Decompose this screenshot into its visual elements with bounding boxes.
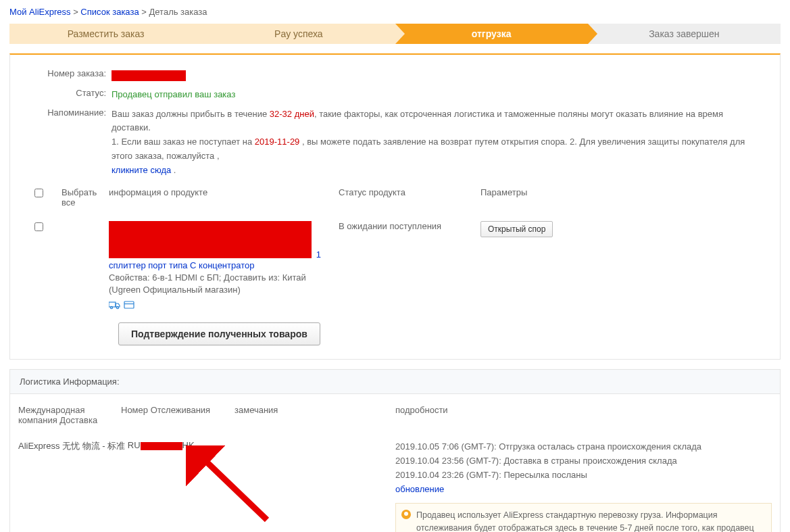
progress-steps: Разместить заказ Pay успеха отгрузка Зак… xyxy=(9,24,781,44)
confirm-received-button[interactable]: Подтверждение полученных товаров xyxy=(118,322,320,345)
order-details-box: Номер заказа: Статус: Продавец отправил … xyxy=(9,53,781,360)
col-tracking: Номер Отслеживания xyxy=(121,405,234,425)
tracking-redacted xyxy=(141,442,182,450)
product-status: В ожидании поступления xyxy=(335,221,476,312)
col-details: подробности xyxy=(395,405,772,425)
step-place-order: Разместить заказ xyxy=(9,24,202,44)
row-checkbox[interactable] xyxy=(34,222,43,231)
breadcrumb-current: Деталь заказа xyxy=(149,7,207,17)
product-qty: 1 xyxy=(316,249,321,260)
shipping-note: Продавец использует AliExpress стандартн… xyxy=(395,503,772,532)
breadcrumb-my[interactable]: Мой AliExpress xyxy=(9,7,71,17)
update-link[interactable]: обновление xyxy=(395,484,444,494)
breadcrumb-list[interactable]: Список заказа xyxy=(80,7,139,17)
logistics-company: AliExpress 无忧 物流 - 标准 xyxy=(18,440,125,452)
tracking-event: 2019.10.04 23:26 (GMT-7): Пересылка посл… xyxy=(395,468,772,483)
tracking-number: RUHK xyxy=(128,440,195,450)
tracking-event: 2019.10.04 23:56 (GMT-7): Доставка в стр… xyxy=(395,454,772,468)
order-number-redacted xyxy=(112,70,186,81)
step-complete: Заказ завершен xyxy=(588,24,781,44)
svg-point-1 xyxy=(110,307,112,309)
select-all-checkbox[interactable] xyxy=(34,189,43,197)
col-product-status: Статус продукта xyxy=(335,187,476,208)
col-select-all: Выбрать все xyxy=(57,187,105,208)
bulb-icon xyxy=(401,510,411,519)
col-remarks: замечания xyxy=(234,405,395,425)
open-dispute-button[interactable]: Открытый спор xyxy=(480,221,553,237)
product-row: 1 сплиттер порт типа C концентратор Свой… xyxy=(30,221,753,312)
logistics-title: Логистика Информация: xyxy=(10,370,780,394)
status-label: Статус: xyxy=(30,88,112,102)
product-image-redacted: 1 xyxy=(109,221,312,258)
svg-point-2 xyxy=(116,307,118,309)
col-params: Параметры xyxy=(476,187,753,208)
step-pay-success: Pay успеха xyxy=(202,24,395,44)
status-value: Продавец отправил ваш заказ xyxy=(112,88,753,102)
breadcrumb: Мой AliExpress > Список заказа > Деталь … xyxy=(9,7,781,17)
step-shipment: отгрузка xyxy=(395,24,588,44)
truck-icon xyxy=(109,301,124,312)
tracking-event: 2019.10.05 7:06 (GMT-7): Отгрузка остала… xyxy=(395,440,772,454)
col-company: Международная компания Доставка xyxy=(18,405,121,425)
card-icon xyxy=(124,301,136,312)
logistics-box: Логистика Информация: Международная комп… xyxy=(9,369,781,532)
click-here-link[interactable]: кликните сюда xyxy=(112,165,171,175)
svg-rect-0 xyxy=(109,302,116,307)
order-number-label: Номер заказа: xyxy=(30,68,112,82)
product-store: (Ugreen Официальный магазин) xyxy=(109,285,241,295)
reminder-label: Напоминание: xyxy=(30,107,112,178)
reminder-text: Ваш заказ должны прибыть в течение 32-32… xyxy=(112,107,753,178)
product-properties: Свойства: 6-в-1 HDMI с БП; Доставить из:… xyxy=(109,272,306,283)
col-product-info: информация о продукте xyxy=(105,187,335,208)
product-link[interactable]: сплиттер порт типа C концентратор xyxy=(109,260,254,270)
svg-rect-3 xyxy=(124,301,134,308)
